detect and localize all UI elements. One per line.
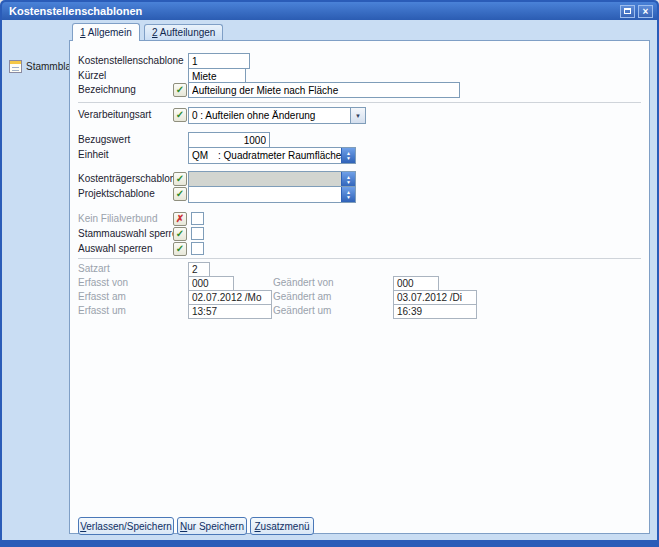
verarbeitungsart-select[interactable]: 0 : Aufteilen ohne Änderung ▼ (188, 107, 366, 124)
sidebar-item-stammblatt[interactable]: Stammblatt (9, 60, 77, 73)
select-arrows-icon[interactable]: ▲ ▼ (341, 148, 355, 163)
separator (78, 102, 641, 103)
stammblatt-icon (9, 60, 22, 73)
close-button[interactable]: × (638, 5, 653, 18)
separator (78, 258, 641, 259)
nur-speichern-label: Nur Speichern (180, 521, 244, 532)
einheit-select[interactable]: QM : Quadratmeter Raumfläche ▲ ▼ (188, 147, 356, 164)
geaendert-um-value: 16:39 (393, 304, 477, 319)
geaendert-um-label: Geändert um (273, 304, 331, 318)
bezeichnung-input[interactable] (188, 82, 460, 98)
tab-aufteilungen-label: 2 Aufteilungen (152, 27, 215, 38)
titlebar[interactable]: Kostenstellenschablonen × (2, 2, 657, 20)
arrow-down-icon: ▼ (346, 156, 351, 161)
form-row-projektschablone: Projektschablone ✓ ▲ ▼ (70, 186, 649, 203)
kostentraegerschablone-label: Kostenträgerschablone (78, 172, 181, 186)
geaendert-am-label: Geändert am (273, 290, 331, 304)
restore-button[interactable] (620, 5, 635, 18)
erfasst-am-label: Erfasst am (78, 290, 126, 304)
tab-allgemein-label: 1 Allgemein (80, 27, 132, 38)
stammauswahl-sperren-checkbox[interactable] (191, 227, 204, 240)
verlassen-speichern-label: Verlassen/Speichern (80, 521, 172, 532)
window-title: Kostenstellenschablonen (9, 5, 617, 17)
stammauswahl-sperren-toggle-button[interactable]: ✓ (173, 227, 187, 241)
form-row-verarbeitungsart: Verarbeitungsart ✓ 0 : Aufteilen ohne Än… (70, 107, 649, 124)
kuerzel-label: Kürzel (78, 69, 106, 83)
satzart-label: Satzart (78, 262, 110, 276)
select-arrows-icon[interactable]: ▲ ▼ (341, 172, 355, 187)
restore-icon (624, 8, 631, 14)
zusatzmenue-button[interactable]: Zusatzmenü (250, 517, 314, 535)
kostenstellenschablone-input[interactable] (188, 53, 250, 69)
check-icon: ✓ (176, 109, 184, 121)
erfasst-um-value: 13:57 (188, 304, 272, 319)
verlassen-speichern-button[interactable]: Verlassen/Speichern (78, 517, 174, 535)
check-icon: ✓ (176, 188, 184, 200)
arrow-down-icon: ▼ (346, 195, 351, 200)
check-icon: ✓ (176, 84, 184, 96)
bezeichnung-label: Bezeichnung (78, 83, 136, 97)
kein-filialverbund-toggle-button[interactable]: ✗ (173, 212, 187, 226)
check-icon: ✓ (176, 243, 184, 255)
geaendert-von-label: Geändert von (273, 276, 334, 290)
kostentraegerschablone-check-button[interactable]: ✓ (173, 172, 187, 186)
verarbeitungsart-check-button[interactable]: ✓ (173, 108, 187, 122)
kein-filialverbund-checkbox[interactable] (191, 212, 204, 225)
zusatzmenue-label: Zusatzmenü (254, 521, 309, 532)
nur-speichern-button[interactable]: Nur Speichern (177, 517, 247, 535)
auswahl-sperren-checkbox[interactable] (191, 242, 204, 255)
projektschablone-label: Projektschablone (78, 187, 155, 201)
arrow-down-icon: ▼ (346, 180, 351, 185)
select-arrows-icon[interactable]: ▲ ▼ (341, 187, 355, 202)
erfasst-von-label: Erfasst von (78, 276, 128, 290)
form-row-erfasst-um: Erfasst um 13:57 Geändert um 16:39 (70, 303, 649, 320)
form-panel: Kostenstellenschablone Kürzel Bezeichnun… (69, 40, 650, 534)
einheit-code: QM (189, 148, 215, 163)
bezeichnung-check-button[interactable]: ✓ (173, 83, 187, 97)
einheit-label: Einheit (78, 148, 109, 162)
verarbeitungsart-label: Verarbeitungsart (78, 108, 151, 122)
kein-filialverbund-label: Kein Filialverbund (78, 212, 158, 226)
projektschablone-value (189, 187, 341, 202)
cross-icon: ✗ (176, 213, 184, 225)
form-row-bezeichnung: Bezeichnung ✓ (70, 82, 649, 99)
projektschablone-select[interactable]: ▲ ▼ (188, 186, 356, 203)
bezugswert-label: Bezugswert (78, 133, 130, 147)
einheit-value: : Quadratmeter Raumfläche (215, 148, 341, 163)
form-row-auswahl-sperren: Auswahl sperren ✓ (70, 241, 649, 258)
check-icon: ✓ (176, 173, 184, 185)
form-row-einheit: Einheit QM : Quadratmeter Raumfläche ▲ ▼ (70, 147, 649, 164)
auswahl-sperren-label: Auswahl sperren (78, 242, 152, 256)
stammauswahl-sperren-label: Stammauswahl sperren (78, 227, 183, 241)
verarbeitungsart-value: 0 : Aufteilen ohne Änderung (189, 108, 350, 123)
auswahl-sperren-toggle-button[interactable]: ✓ (173, 242, 187, 256)
tab-allgemein[interactable]: 1 Allgemein (72, 23, 140, 41)
check-icon: ✓ (176, 228, 184, 240)
projektschablone-check-button[interactable]: ✓ (173, 187, 187, 201)
dropdown-arrow-icon[interactable]: ▼ (350, 108, 365, 123)
kostenstellenschablonen-window: Kostenstellenschablonen × Stammblatt 1 A… (0, 0, 659, 547)
tab-aufteilungen[interactable]: 2 Aufteilungen (144, 24, 223, 40)
close-icon: × (643, 6, 649, 17)
erfasst-um-label: Erfasst um (78, 304, 126, 318)
bezugswert-input[interactable] (188, 132, 270, 148)
kostenstellenschablone-label: Kostenstellenschablone (78, 54, 184, 68)
kostentraegerschablone-value (189, 172, 341, 187)
